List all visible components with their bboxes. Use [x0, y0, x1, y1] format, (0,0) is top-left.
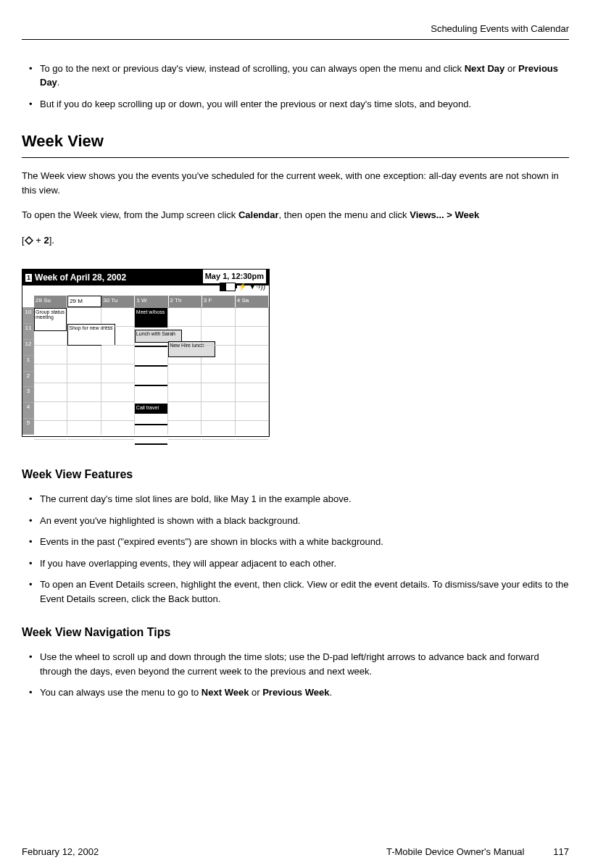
bold-text: Calendar [238, 209, 279, 220]
footer-page: 117 [553, 845, 569, 859]
features-heading: Week View Features [22, 466, 569, 483]
list-item: The current day's time slot lines are bo… [29, 492, 569, 506]
event-block-selected: Meet w/boss [135, 308, 167, 327]
text: But if you do keep scrolling up or down,… [40, 99, 471, 109]
features-list: The current day's time slot lines are bo… [22, 492, 569, 606]
list-item: Use the wheel to scroll up and down thro… [29, 650, 569, 678]
section-title: Scheduling Events with Calendar [431, 23, 569, 34]
screenshot-title: Week of April 28, 2002 [35, 271, 126, 284]
event-block: Call travel [135, 404, 167, 414]
signal-icon: ▼·›)) [249, 281, 265, 292]
hour-label: 2 [22, 372, 34, 388]
day-column: Group status meeting [34, 308, 67, 435]
day-header: 29 M [67, 296, 101, 307]
text: . [57, 77, 60, 88]
hour-label: 1 [22, 356, 34, 372]
day-header: 28 Su [34, 296, 67, 307]
hour-label: 10 [22, 308, 34, 324]
list-item: To open an Event Details screen, highlig… [29, 577, 569, 606]
svg-rect-0 [25, 237, 33, 244]
intro-bullet-list: To go to the next or previous day's view… [22, 62, 569, 112]
day-column: Shop for new dress [67, 308, 101, 435]
day-header: 4 Sa [236, 296, 269, 307]
footer-manual: T-Mobile Device Owner's Manual [386, 845, 524, 859]
page-footer: February 12, 2002 T-Mobile Device Owner'… [22, 845, 569, 859]
day-column-current: Meet w/boss Lunch with Sarah Call travel [135, 308, 168, 435]
day-column [202, 308, 235, 435]
day-header-current: 1 W [135, 296, 168, 307]
event-block: Group status meeting [34, 308, 67, 331]
shortcut-key: 2 [43, 235, 49, 246]
list-item: But if you do keep scrolling up or down,… [29, 97, 569, 112]
hour-label: 5 [22, 419, 34, 435]
hour-label: 11 [22, 324, 34, 340]
day-header: 2 Th [169, 296, 202, 307]
text: To go to the next or previous day's view… [40, 63, 465, 74]
hour-label: 3 [22, 387, 34, 403]
bold-text: Previous Week [262, 687, 329, 698]
bold-text: Next Week [202, 687, 249, 698]
day-header: 3 F [202, 296, 236, 307]
list-item: To go to the next or previous day's view… [29, 62, 569, 90]
page-header: Scheduling Events with Calendar [22, 22, 569, 40]
week-view-screenshot: 1 Week of April 28, 2002 May 1, 12:30pm … [22, 269, 270, 437]
week-view-para2: To open the Week view, from the Jump scr… [22, 208, 569, 222]
bracket: ]. [49, 235, 54, 246]
calendar-icon: 1 [25, 274, 32, 282]
week-grid: 10 11 12 1 2 3 4 5 Group status meeting … [22, 308, 269, 435]
week-view-heading: Week View [22, 129, 569, 158]
list-item: An event you've highlighted is shown wit… [29, 514, 569, 528]
text: To open the Week view, from the Jump scr… [22, 209, 238, 220]
sync-icon: ⚡ [238, 281, 246, 292]
day-column [101, 308, 135, 435]
bold-text: Next Day [465, 63, 505, 74]
hour-label: 12 [22, 340, 34, 356]
status-icons: ⚡ ▼·›)) [220, 281, 265, 292]
day-header-row: 28 Su 29 M 30 Tu 1 W 2 Th 3 F 4 Sa [22, 296, 269, 308]
list-item: If you have overlapping events, they wil… [29, 556, 569, 571]
text: The current day's time slot lines are bo… [40, 493, 352, 504]
bold-text: Views... > Week [410, 209, 479, 220]
list-item: Events in the past ("expired events") ar… [29, 535, 569, 549]
text: + [33, 235, 44, 246]
diamond-icon [25, 236, 33, 245]
list-item: You can always use the menu to go to Nex… [29, 685, 569, 700]
day-column [236, 308, 269, 435]
text: If you have overlapping events, they wil… [40, 558, 336, 569]
battery-icon [220, 283, 236, 291]
hour-label: 4 [22, 403, 34, 419]
text: or [504, 63, 518, 74]
day-column: New Hire lunch [168, 308, 202, 435]
text: . [329, 687, 332, 698]
day-columns: Group status meeting Shop for new dress … [34, 308, 269, 435]
text: An event you've highlighted is shown wit… [40, 515, 300, 526]
nav-tips-heading: Week View Navigation Tips [22, 624, 569, 641]
week-view-para1: The Week view shows you the events you'v… [22, 169, 569, 197]
text: You can always use the menu to go to [40, 687, 202, 698]
text: , then open the menu and click [279, 209, 410, 220]
nav-tips-list: Use the wheel to scroll up and down thro… [22, 650, 569, 700]
hour-labels: 10 11 12 1 2 3 4 5 [22, 308, 34, 435]
text: To open an Event Details screen, highlig… [40, 579, 568, 604]
shortcut-line: [ + 2]. [22, 233, 569, 248]
text: Use the wheel to scroll up and down thro… [40, 651, 539, 677]
text: Events in the past ("expired events") ar… [40, 536, 383, 547]
text: or [249, 687, 262, 698]
footer-date: February 12, 2002 [22, 845, 99, 859]
day-header: 30 Tu [101, 296, 135, 307]
